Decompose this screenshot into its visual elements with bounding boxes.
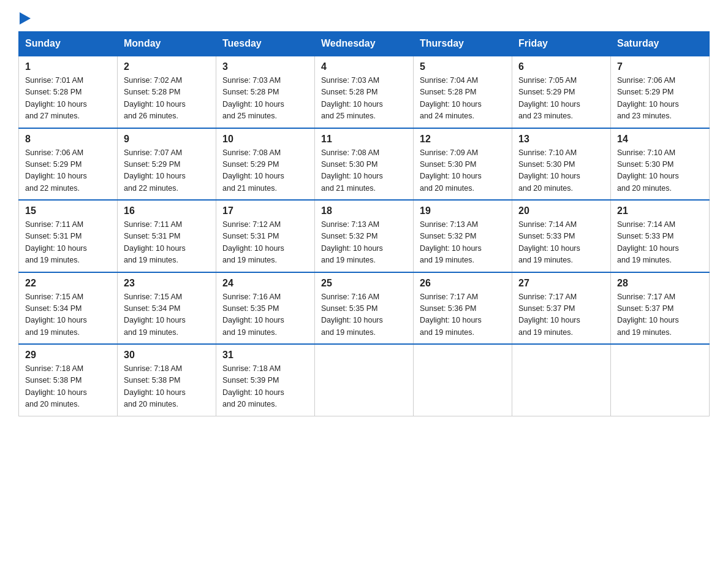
day-info: Sunrise: 7:06 AMSunset: 5:29 PMDaylight:… xyxy=(617,75,703,123)
day-cell-28: 28Sunrise: 7:17 AMSunset: 5:37 PMDayligh… xyxy=(611,272,710,345)
day-cell-7: 7Sunrise: 7:06 AMSunset: 5:29 PMDaylight… xyxy=(611,56,710,128)
day-cell-9: 9Sunrise: 7:07 AMSunset: 5:29 PMDaylight… xyxy=(118,128,216,201)
svg-marker-0 xyxy=(20,12,31,25)
day-number: 8 xyxy=(25,134,111,145)
day-number: 21 xyxy=(617,205,703,216)
week-row-5: 29Sunrise: 7:18 AMSunset: 5:38 PMDayligh… xyxy=(19,344,710,416)
day-cell-2: 2Sunrise: 7:02 AMSunset: 5:28 PMDaylight… xyxy=(118,56,216,128)
header-friday: Friday xyxy=(512,32,611,56)
day-number: 13 xyxy=(518,134,604,145)
day-info: Sunrise: 7:16 AMSunset: 5:35 PMDaylight:… xyxy=(222,291,308,339)
day-info: Sunrise: 7:05 AMSunset: 5:29 PMDaylight:… xyxy=(518,75,604,123)
day-cell-29: 29Sunrise: 7:18 AMSunset: 5:38 PMDayligh… xyxy=(19,344,118,416)
header-saturday: Saturday xyxy=(611,32,710,56)
day-info: Sunrise: 7:11 AMSunset: 5:31 PMDaylight:… xyxy=(124,219,210,267)
day-info: Sunrise: 7:14 AMSunset: 5:33 PMDaylight:… xyxy=(518,219,604,267)
day-number: 12 xyxy=(420,134,506,145)
day-cell-3: 3Sunrise: 7:03 AMSunset: 5:28 PMDaylight… xyxy=(216,56,315,128)
day-number: 10 xyxy=(222,134,308,145)
week-row-1: 1Sunrise: 7:01 AMSunset: 5:28 PMDaylight… xyxy=(19,56,710,128)
day-info: Sunrise: 7:10 AMSunset: 5:30 PMDaylight:… xyxy=(518,147,604,195)
header-wednesday: Wednesday xyxy=(315,32,414,56)
empty-cell-w5-d4 xyxy=(315,344,414,416)
day-info: Sunrise: 7:18 AMSunset: 5:39 PMDaylight:… xyxy=(222,363,308,411)
day-number: 18 xyxy=(321,205,407,216)
day-number: 22 xyxy=(25,278,111,289)
day-cell-1: 1Sunrise: 7:01 AMSunset: 5:28 PMDaylight… xyxy=(19,56,118,128)
day-cell-30: 30Sunrise: 7:18 AMSunset: 5:38 PMDayligh… xyxy=(118,344,216,416)
day-info: Sunrise: 7:09 AMSunset: 5:30 PMDaylight:… xyxy=(420,147,506,195)
day-cell-6: 6Sunrise: 7:05 AMSunset: 5:29 PMDaylight… xyxy=(512,56,611,128)
day-info: Sunrise: 7:11 AMSunset: 5:31 PMDaylight:… xyxy=(25,219,111,267)
header-thursday: Thursday xyxy=(414,32,512,56)
day-number: 31 xyxy=(222,350,308,361)
day-info: Sunrise: 7:08 AMSunset: 5:29 PMDaylight:… xyxy=(222,147,308,195)
day-cell-12: 12Sunrise: 7:09 AMSunset: 5:30 PMDayligh… xyxy=(414,128,512,201)
day-number: 11 xyxy=(321,134,407,145)
day-cell-22: 22Sunrise: 7:15 AMSunset: 5:34 PMDayligh… xyxy=(19,272,118,345)
day-number: 1 xyxy=(25,61,111,72)
empty-cell-w5-d7 xyxy=(611,344,710,416)
day-number: 15 xyxy=(25,205,111,216)
day-cell-17: 17Sunrise: 7:12 AMSunset: 5:31 PMDayligh… xyxy=(216,200,315,272)
page-header xyxy=(18,12,710,25)
day-info: Sunrise: 7:14 AMSunset: 5:33 PMDaylight:… xyxy=(617,219,703,267)
day-cell-26: 26Sunrise: 7:17 AMSunset: 5:36 PMDayligh… xyxy=(414,272,512,345)
day-info: Sunrise: 7:04 AMSunset: 5:28 PMDaylight:… xyxy=(420,75,506,123)
day-number: 6 xyxy=(518,61,604,72)
week-row-2: 8Sunrise: 7:06 AMSunset: 5:29 PMDaylight… xyxy=(19,128,710,201)
day-cell-18: 18Sunrise: 7:13 AMSunset: 5:32 PMDayligh… xyxy=(315,200,414,272)
day-cell-14: 14Sunrise: 7:10 AMSunset: 5:30 PMDayligh… xyxy=(611,128,710,201)
day-info: Sunrise: 7:06 AMSunset: 5:29 PMDaylight:… xyxy=(25,147,111,195)
day-number: 24 xyxy=(222,278,308,289)
day-info: Sunrise: 7:07 AMSunset: 5:29 PMDaylight:… xyxy=(124,147,210,195)
day-cell-5: 5Sunrise: 7:04 AMSunset: 5:28 PMDaylight… xyxy=(414,56,512,128)
weekday-header-row: SundayMondayTuesdayWednesdayThursdayFrid… xyxy=(19,32,710,56)
logo xyxy=(18,12,31,25)
day-number: 20 xyxy=(518,205,604,216)
day-number: 16 xyxy=(124,205,210,216)
empty-cell-w5-d5 xyxy=(414,344,512,416)
day-info: Sunrise: 7:18 AMSunset: 5:38 PMDaylight:… xyxy=(25,363,111,411)
day-number: 30 xyxy=(124,350,210,361)
day-number: 29 xyxy=(25,350,111,361)
week-row-3: 15Sunrise: 7:11 AMSunset: 5:31 PMDayligh… xyxy=(19,200,710,272)
day-number: 14 xyxy=(617,134,703,145)
day-info: Sunrise: 7:17 AMSunset: 5:37 PMDaylight:… xyxy=(617,291,703,339)
day-info: Sunrise: 7:08 AMSunset: 5:30 PMDaylight:… xyxy=(321,147,407,195)
day-number: 28 xyxy=(617,278,703,289)
day-cell-11: 11Sunrise: 7:08 AMSunset: 5:30 PMDayligh… xyxy=(315,128,414,201)
day-number: 5 xyxy=(420,61,506,72)
day-number: 9 xyxy=(124,134,210,145)
day-cell-27: 27Sunrise: 7:17 AMSunset: 5:37 PMDayligh… xyxy=(512,272,611,345)
day-cell-13: 13Sunrise: 7:10 AMSunset: 5:30 PMDayligh… xyxy=(512,128,611,201)
day-number: 4 xyxy=(321,61,407,72)
logo-arrow-icon xyxy=(18,13,31,26)
calendar-table: SundayMondayTuesdayWednesdayThursdayFrid… xyxy=(18,31,710,416)
day-info: Sunrise: 7:10 AMSunset: 5:30 PMDaylight:… xyxy=(617,147,703,195)
day-info: Sunrise: 7:02 AMSunset: 5:28 PMDaylight:… xyxy=(124,75,210,123)
day-info: Sunrise: 7:17 AMSunset: 5:36 PMDaylight:… xyxy=(420,291,506,339)
day-number: 25 xyxy=(321,278,407,289)
day-number: 2 xyxy=(124,61,210,72)
header-tuesday: Tuesday xyxy=(216,32,315,56)
day-number: 26 xyxy=(420,278,506,289)
day-cell-15: 15Sunrise: 7:11 AMSunset: 5:31 PMDayligh… xyxy=(19,200,118,272)
day-cell-20: 20Sunrise: 7:14 AMSunset: 5:33 PMDayligh… xyxy=(512,200,611,272)
day-cell-16: 16Sunrise: 7:11 AMSunset: 5:31 PMDayligh… xyxy=(118,200,216,272)
day-info: Sunrise: 7:13 AMSunset: 5:32 PMDaylight:… xyxy=(420,219,506,267)
day-info: Sunrise: 7:15 AMSunset: 5:34 PMDaylight:… xyxy=(124,291,210,339)
day-info: Sunrise: 7:03 AMSunset: 5:28 PMDaylight:… xyxy=(321,75,407,123)
day-cell-23: 23Sunrise: 7:15 AMSunset: 5:34 PMDayligh… xyxy=(118,272,216,345)
day-number: 3 xyxy=(222,61,308,72)
header-monday: Monday xyxy=(118,32,216,56)
week-row-4: 22Sunrise: 7:15 AMSunset: 5:34 PMDayligh… xyxy=(19,272,710,345)
day-number: 17 xyxy=(222,205,308,216)
day-cell-31: 31Sunrise: 7:18 AMSunset: 5:39 PMDayligh… xyxy=(216,344,315,416)
day-cell-21: 21Sunrise: 7:14 AMSunset: 5:33 PMDayligh… xyxy=(611,200,710,272)
day-info: Sunrise: 7:18 AMSunset: 5:38 PMDaylight:… xyxy=(124,363,210,411)
day-number: 7 xyxy=(617,61,703,72)
day-cell-10: 10Sunrise: 7:08 AMSunset: 5:29 PMDayligh… xyxy=(216,128,315,201)
day-info: Sunrise: 7:12 AMSunset: 5:31 PMDaylight:… xyxy=(222,219,308,267)
day-info: Sunrise: 7:03 AMSunset: 5:28 PMDaylight:… xyxy=(222,75,308,123)
